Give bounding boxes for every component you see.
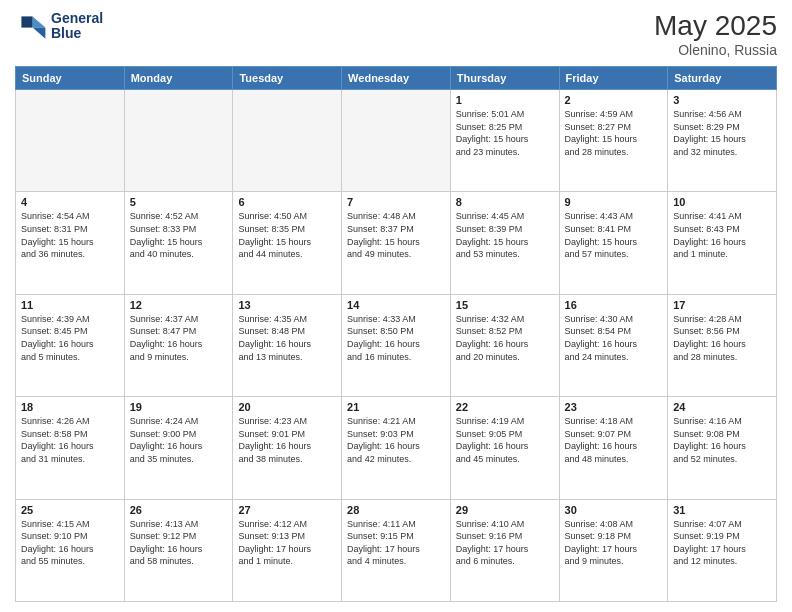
day-info: Sunrise: 4:12 AM Sunset: 9:13 PM Dayligh… — [238, 518, 336, 568]
day-number: 25 — [21, 504, 119, 516]
day-cell: 28Sunrise: 4:11 AM Sunset: 9:15 PM Dayli… — [342, 499, 451, 601]
day-cell: 12Sunrise: 4:37 AM Sunset: 8:47 PM Dayli… — [124, 294, 233, 396]
day-number: 29 — [456, 504, 554, 516]
day-info: Sunrise: 4:52 AM Sunset: 8:33 PM Dayligh… — [130, 210, 228, 260]
day-cell: 20Sunrise: 4:23 AM Sunset: 9:01 PM Dayli… — [233, 397, 342, 499]
day-info: Sunrise: 4:13 AM Sunset: 9:12 PM Dayligh… — [130, 518, 228, 568]
day-cell: 31Sunrise: 4:07 AM Sunset: 9:19 PM Dayli… — [668, 499, 777, 601]
page: General Blue May 2025 Olenino, Russia Su… — [0, 0, 792, 612]
day-info: Sunrise: 4:35 AM Sunset: 8:48 PM Dayligh… — [238, 313, 336, 363]
day-cell: 27Sunrise: 4:12 AM Sunset: 9:13 PM Dayli… — [233, 499, 342, 601]
day-info: Sunrise: 4:11 AM Sunset: 9:15 PM Dayligh… — [347, 518, 445, 568]
day-cell — [124, 90, 233, 192]
day-info: Sunrise: 5:01 AM Sunset: 8:25 PM Dayligh… — [456, 108, 554, 158]
day-info: Sunrise: 4:07 AM Sunset: 9:19 PM Dayligh… — [673, 518, 771, 568]
day-cell: 16Sunrise: 4:30 AM Sunset: 8:54 PM Dayli… — [559, 294, 668, 396]
day-cell — [233, 90, 342, 192]
title-block: May 2025 Olenino, Russia — [654, 10, 777, 58]
day-cell: 4Sunrise: 4:54 AM Sunset: 8:31 PM Daylig… — [16, 192, 125, 294]
day-info: Sunrise: 4:08 AM Sunset: 9:18 PM Dayligh… — [565, 518, 663, 568]
day-number: 19 — [130, 401, 228, 413]
day-number: 27 — [238, 504, 336, 516]
day-info: Sunrise: 4:48 AM Sunset: 8:37 PM Dayligh… — [347, 210, 445, 260]
day-info: Sunrise: 4:50 AM Sunset: 8:35 PM Dayligh… — [238, 210, 336, 260]
day-info: Sunrise: 4:45 AM Sunset: 8:39 PM Dayligh… — [456, 210, 554, 260]
day-cell: 7Sunrise: 4:48 AM Sunset: 8:37 PM Daylig… — [342, 192, 451, 294]
week-row-2: 4Sunrise: 4:54 AM Sunset: 8:31 PM Daylig… — [16, 192, 777, 294]
sub-title: Olenino, Russia — [654, 42, 777, 58]
day-cell: 21Sunrise: 4:21 AM Sunset: 9:03 PM Dayli… — [342, 397, 451, 499]
day-cell: 18Sunrise: 4:26 AM Sunset: 8:58 PM Dayli… — [16, 397, 125, 499]
day-info: Sunrise: 4:24 AM Sunset: 9:00 PM Dayligh… — [130, 415, 228, 465]
week-row-4: 18Sunrise: 4:26 AM Sunset: 8:58 PM Dayli… — [16, 397, 777, 499]
header: General Blue May 2025 Olenino, Russia — [15, 10, 777, 58]
logo-text: General Blue — [51, 11, 103, 42]
day-number: 11 — [21, 299, 119, 311]
day-cell: 1Sunrise: 5:01 AM Sunset: 8:25 PM Daylig… — [450, 90, 559, 192]
day-cell — [342, 90, 451, 192]
day-cell: 11Sunrise: 4:39 AM Sunset: 8:45 PM Dayli… — [16, 294, 125, 396]
week-row-3: 11Sunrise: 4:39 AM Sunset: 8:45 PM Dayli… — [16, 294, 777, 396]
svg-marker-1 — [33, 28, 46, 39]
header-row: SundayMondayTuesdayWednesdayThursdayFrid… — [16, 67, 777, 90]
day-info: Sunrise: 4:43 AM Sunset: 8:41 PM Dayligh… — [565, 210, 663, 260]
day-cell: 5Sunrise: 4:52 AM Sunset: 8:33 PM Daylig… — [124, 192, 233, 294]
day-info: Sunrise: 4:39 AM Sunset: 8:45 PM Dayligh… — [21, 313, 119, 363]
day-info: Sunrise: 4:28 AM Sunset: 8:56 PM Dayligh… — [673, 313, 771, 363]
day-cell: 19Sunrise: 4:24 AM Sunset: 9:00 PM Dayli… — [124, 397, 233, 499]
day-cell: 24Sunrise: 4:16 AM Sunset: 9:08 PM Dayli… — [668, 397, 777, 499]
logo-line2: Blue — [51, 26, 103, 41]
day-number: 18 — [21, 401, 119, 413]
day-number: 30 — [565, 504, 663, 516]
day-number: 12 — [130, 299, 228, 311]
day-cell: 14Sunrise: 4:33 AM Sunset: 8:50 PM Dayli… — [342, 294, 451, 396]
day-header-saturday: Saturday — [668, 67, 777, 90]
day-cell: 13Sunrise: 4:35 AM Sunset: 8:48 PM Dayli… — [233, 294, 342, 396]
day-number: 26 — [130, 504, 228, 516]
day-number: 24 — [673, 401, 771, 413]
week-row-5: 25Sunrise: 4:15 AM Sunset: 9:10 PM Dayli… — [16, 499, 777, 601]
day-number: 17 — [673, 299, 771, 311]
day-cell: 25Sunrise: 4:15 AM Sunset: 9:10 PM Dayli… — [16, 499, 125, 601]
day-number: 28 — [347, 504, 445, 516]
day-number: 3 — [673, 94, 771, 106]
day-header-sunday: Sunday — [16, 67, 125, 90]
day-info: Sunrise: 4:10 AM Sunset: 9:16 PM Dayligh… — [456, 518, 554, 568]
day-info: Sunrise: 4:41 AM Sunset: 8:43 PM Dayligh… — [673, 210, 771, 260]
day-info: Sunrise: 4:18 AM Sunset: 9:07 PM Dayligh… — [565, 415, 663, 465]
day-number: 14 — [347, 299, 445, 311]
day-cell: 23Sunrise: 4:18 AM Sunset: 9:07 PM Dayli… — [559, 397, 668, 499]
day-cell: 3Sunrise: 4:56 AM Sunset: 8:29 PM Daylig… — [668, 90, 777, 192]
day-cell: 26Sunrise: 4:13 AM Sunset: 9:12 PM Dayli… — [124, 499, 233, 601]
day-number: 9 — [565, 196, 663, 208]
day-info: Sunrise: 4:37 AM Sunset: 8:47 PM Dayligh… — [130, 313, 228, 363]
day-cell: 8Sunrise: 4:45 AM Sunset: 8:39 PM Daylig… — [450, 192, 559, 294]
day-header-tuesday: Tuesday — [233, 67, 342, 90]
day-number: 20 — [238, 401, 336, 413]
day-number: 8 — [456, 196, 554, 208]
day-header-friday: Friday — [559, 67, 668, 90]
day-info: Sunrise: 4:16 AM Sunset: 9:08 PM Dayligh… — [673, 415, 771, 465]
svg-marker-0 — [33, 16, 46, 27]
calendar-table: SundayMondayTuesdayWednesdayThursdayFrid… — [15, 66, 777, 602]
day-cell: 10Sunrise: 4:41 AM Sunset: 8:43 PM Dayli… — [668, 192, 777, 294]
day-info: Sunrise: 4:33 AM Sunset: 8:50 PM Dayligh… — [347, 313, 445, 363]
day-number: 1 — [456, 94, 554, 106]
day-header-wednesday: Wednesday — [342, 67, 451, 90]
day-number: 10 — [673, 196, 771, 208]
day-number: 5 — [130, 196, 228, 208]
main-title: May 2025 — [654, 10, 777, 42]
day-cell: 9Sunrise: 4:43 AM Sunset: 8:41 PM Daylig… — [559, 192, 668, 294]
day-cell: 30Sunrise: 4:08 AM Sunset: 9:18 PM Dayli… — [559, 499, 668, 601]
day-cell: 22Sunrise: 4:19 AM Sunset: 9:05 PM Dayli… — [450, 397, 559, 499]
logo: General Blue — [15, 10, 103, 42]
day-number: 22 — [456, 401, 554, 413]
svg-marker-2 — [21, 16, 32, 27]
day-number: 7 — [347, 196, 445, 208]
logo-line1: General — [51, 11, 103, 26]
day-header-thursday: Thursday — [450, 67, 559, 90]
day-number: 23 — [565, 401, 663, 413]
day-info: Sunrise: 4:26 AM Sunset: 8:58 PM Dayligh… — [21, 415, 119, 465]
day-cell: 6Sunrise: 4:50 AM Sunset: 8:35 PM Daylig… — [233, 192, 342, 294]
day-header-monday: Monday — [124, 67, 233, 90]
